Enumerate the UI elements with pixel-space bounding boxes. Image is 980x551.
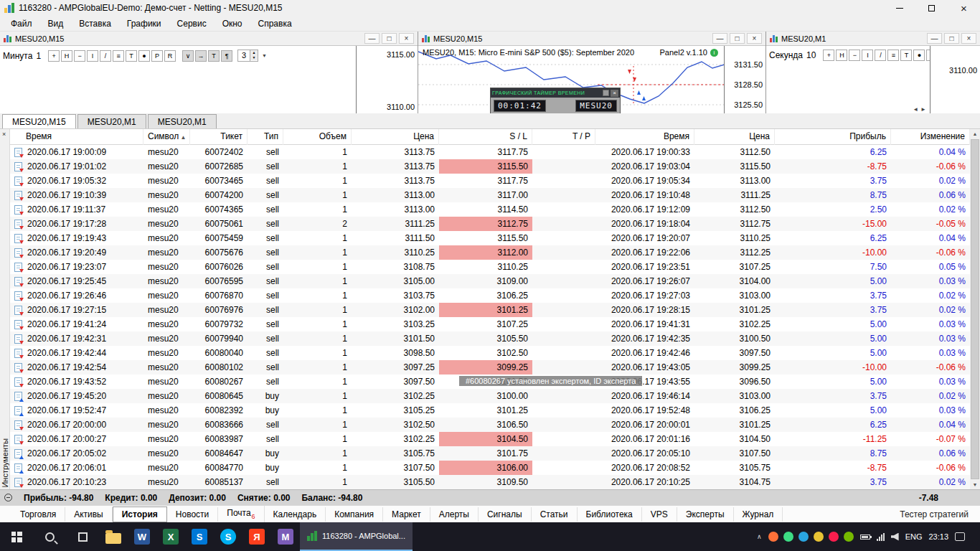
left-chart-toolbar-button-6[interactable]: ≡ (113, 50, 124, 62)
task-view-button[interactable] (66, 522, 99, 551)
column-header-10[interactable]: Цена (694, 129, 775, 145)
search-button[interactable] (33, 522, 66, 551)
left-chart-toolbar-button-4[interactable]: I (87, 50, 98, 62)
left-chart-toolbar-button-2[interactable]: H (61, 50, 72, 62)
left-chart-toolbar-button-8[interactable]: ● (138, 50, 150, 62)
scrollbar-thumb[interactable] (971, 139, 979, 479)
toolbar-dropdown-icon[interactable]: ▼ (262, 53, 267, 58)
column-header-9[interactable]: Время (595, 129, 694, 145)
column-header-12[interactable]: Изменение (891, 129, 970, 145)
right-chart-toolbar-button-6[interactable]: ≡ (887, 50, 899, 61)
menu-item-6[interactable]: Окно (215, 17, 250, 31)
maximize-button[interactable]: □ (382, 33, 397, 44)
toolbox-tab-8[interactable]: Маркет (383, 507, 430, 522)
maximize-button[interactable]: □ (944, 33, 959, 44)
left-chart-panel-button-1[interactable]: ∨ (182, 50, 194, 62)
spinner-up-icon[interactable]: ▲ (250, 50, 258, 55)
chrome-icon[interactable] (814, 532, 824, 542)
yandex-icon[interactable]: Я (242, 522, 271, 551)
table-scrollbar[interactable]: ▲ ▼ (970, 129, 980, 489)
scroll-down-icon[interactable]: ▼ (973, 480, 978, 489)
panel-info-icon[interactable]: i (710, 49, 718, 57)
toolbox-tab-1[interactable]: Торговля (11, 507, 65, 522)
chart-tab-1[interactable]: MESU20,M15 (2, 114, 76, 128)
right-chart-toolbar-button-7[interactable]: T (900, 50, 912, 61)
telegram-icon[interactable] (798, 532, 809, 542)
history-row-4[interactable]: 2020.06.17 19:10:39mesu2060074200sell131… (10, 188, 970, 202)
left-chart-toolbar-button-9[interactable]: P (151, 50, 163, 62)
metaeditor-icon[interactable]: M (271, 522, 300, 551)
chart-tab-2[interactable]: MESU20,M1 (77, 114, 146, 128)
column-header-7[interactable]: S / L (439, 129, 532, 145)
chart-window-titlebar[interactable]: MESU20,M15 — □ × (418, 32, 765, 46)
history-row-23[interactable]: 2020.06.17 20:06:01mesu2060084770buy1310… (10, 461, 970, 475)
menu-item-7[interactable]: Справка (250, 17, 300, 31)
toolbox-tab-15[interactable]: Журнал (734, 507, 783, 522)
green-app-icon[interactable] (783, 532, 793, 542)
timer-minimize-button[interactable] (603, 90, 609, 96)
column-header-1[interactable]: Время (10, 129, 143, 145)
tray-expand-icon[interactable]: ∧ (757, 533, 762, 540)
close-button[interactable]: × (399, 33, 414, 44)
history-row-24[interactable]: 2020.06.17 20:10:23mesu2060085137sell131… (10, 475, 970, 489)
file-explorer-icon[interactable] (99, 522, 128, 551)
close-button[interactable]: × (948, 0, 980, 16)
chart-tab-3[interactable]: MESU20,M1 (148, 114, 217, 128)
menu-item-4[interactable]: Графики (119, 17, 169, 31)
toolbox-tab-10[interactable]: Сигналы (479, 507, 532, 522)
spinner-down-icon[interactable]: ▼ (250, 55, 258, 60)
history-row-12[interactable]: 2020.06.17 19:27:15mesu2060076976sell131… (10, 303, 970, 317)
toolbox-tab-6[interactable]: Календарь (265, 507, 326, 522)
history-row-21[interactable]: 2020.06.17 20:00:27mesu2060083987sell131… (10, 432, 970, 446)
left-chart-toolbar-button-3[interactable]: − (74, 50, 85, 62)
toolbox-tab-5[interactable]: Почта6 (218, 506, 264, 522)
menu-item-1[interactable]: Файл (3, 17, 40, 31)
action-center-icon[interactable] (955, 532, 965, 541)
column-header-11[interactable]: Прибыль (775, 129, 891, 145)
excel-icon[interactable]: X (156, 522, 185, 551)
left-chart-toolbar-button-7[interactable]: T (126, 50, 137, 62)
toolbox-tab-14[interactable]: Эксперты (677, 507, 734, 522)
toolbox-tab-9[interactable]: Алерты (430, 507, 479, 522)
toolbox-tab-7[interactable]: Компания (326, 507, 383, 522)
column-header-8[interactable]: T / P (532, 129, 595, 145)
history-row-22[interactable]: 2020.06.17 20:05:02mesu2060084647buy1310… (10, 446, 970, 461)
history-row-10[interactable]: 2020.06.17 19:25:45mesu2060076595sell131… (10, 274, 970, 288)
history-row-2[interactable]: 2020.06.17 19:01:02mesu2060072685sell131… (10, 159, 970, 174)
store-icon[interactable]: S (185, 522, 214, 551)
toolbox-side-label[interactable]: Инструменты (1, 438, 9, 488)
clock[interactable]: 23:13 (928, 532, 948, 541)
toolbox-tab-3[interactable]: История (113, 507, 167, 522)
timer-close-button[interactable]: × (611, 90, 618, 97)
column-header-4[interactable]: Тип (248, 129, 283, 145)
left-chart-toolbar-button-5[interactable]: / (100, 50, 111, 62)
timer-panel[interactable]: ГРАФИЧЕСКИЙ ТАЙМЕР ВРЕМЕНИ × 00:01:42 ME… (490, 88, 621, 113)
history-row-3[interactable]: 2020.06.17 19:05:32mesu2060073465sell131… (10, 174, 970, 188)
toolbox-close-button[interactable]: × (2, 131, 6, 138)
right-chart-toolbar-button-4[interactable]: I (862, 50, 873, 61)
left-chart-toolbar-button-10[interactable]: R (164, 50, 176, 62)
history-row-5[interactable]: 2020.06.17 19:11:37mesu2060074365sell131… (10, 202, 970, 217)
left-chart-toolbar-button-1[interactable]: + (48, 50, 60, 62)
history-row-16[interactable]: 2020.06.17 19:42:54mesu2060080102sell130… (10, 360, 970, 375)
history-row-8[interactable]: 2020.06.17 19:20:49mesu2060075676sell131… (10, 245, 970, 260)
language-indicator[interactable]: ENG (905, 532, 923, 541)
left-chart-spinner[interactable]: 3▲▼ (237, 50, 258, 62)
close-button[interactable]: × (747, 33, 762, 44)
history-row-1[interactable]: 2020.06.17 19:00:09mesu2060072402sell131… (10, 145, 970, 159)
chart-window-titlebar[interactable]: MESU20,M1 — □ × (766, 32, 980, 46)
column-header-2[interactable]: Символ ▲ (143, 129, 190, 145)
left-chart-timeframe-value[interactable]: 1 (36, 51, 41, 61)
skype-icon[interactable]: S (214, 522, 242, 551)
toolbox-tab-11[interactable]: Статьи (532, 507, 578, 522)
toolbox-tab-13[interactable]: VPS (642, 507, 677, 522)
history-row-15[interactable]: 2020.06.17 19:42:44mesu2060080040sell130… (10, 346, 970, 360)
history-row-20[interactable]: 2020.06.17 20:00:00mesu2060083666sell131… (10, 418, 970, 432)
toolbox-tab-12[interactable]: Библиотека (578, 507, 642, 522)
left-chart-panel-button-2[interactable]: → (195, 50, 207, 62)
history-row-7[interactable]: 2020.06.17 19:19:43mesu2060075459sell131… (10, 231, 970, 245)
restore-button[interactable] (915, 0, 948, 16)
right-chart-toolbar-button-2[interactable]: H (836, 50, 847, 61)
strategy-tester-tab[interactable]: Тестер стратегий (900, 509, 969, 519)
start-button[interactable] (0, 522, 33, 551)
